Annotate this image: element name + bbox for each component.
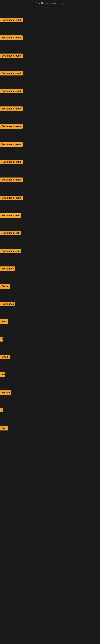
bottleneck-result-badge[interactable]: Bottleneck resu xyxy=(0,231,21,235)
badge-row-18: Bott xyxy=(0,320,8,324)
badge-row-24: Bott xyxy=(0,426,8,431)
badge-row-22: Bottlen xyxy=(0,390,11,396)
bottleneck-result-badge[interactable]: | xyxy=(0,408,3,412)
badge-row-2: Bottleneck result xyxy=(0,36,23,41)
bottleneck-result-badge[interactable]: Bottleneck result xyxy=(0,18,23,22)
badge-row-23: | xyxy=(0,408,3,413)
badge-row-1: Bottleneck result xyxy=(0,18,23,23)
site-title: TheBottlenecker.com xyxy=(0,0,100,6)
badge-row-15: Bottleneck xyxy=(0,266,15,272)
bottleneck-result-badge[interactable]: Bottleneck result xyxy=(0,106,23,111)
bottleneck-result-badge[interactable]: Bottle xyxy=(0,284,10,288)
bottleneck-result-badge[interactable]: Bottleneck result xyxy=(0,196,23,200)
badge-row-7: Bottleneck result xyxy=(0,124,23,130)
badge-row-17: Bottleneck xyxy=(0,302,15,307)
badge-row-10: Bottleneck result xyxy=(0,178,23,183)
bottleneck-result-badge[interactable]: Bottleneck resu xyxy=(0,213,21,218)
badge-row-20: Bottle xyxy=(0,354,10,360)
badge-row-21: Bo xyxy=(0,372,5,378)
badge-row-12: Bottleneck resu xyxy=(0,213,21,218)
bottleneck-result-badge[interactable]: Bottleneck result xyxy=(0,178,23,182)
badge-row-14: Bottleneck resu xyxy=(0,249,21,254)
bottleneck-result-badge[interactable]: Bottle xyxy=(0,354,10,359)
bottleneck-result-badge[interactable]: Bott xyxy=(0,320,8,324)
badge-row-13: Bottleneck resu xyxy=(0,231,21,236)
bottleneck-result-badge[interactable]: Bottleneck xyxy=(0,302,15,306)
bottleneck-result-badge[interactable]: Bottleneck xyxy=(0,266,15,271)
badge-row-5: Bottleneck result xyxy=(0,89,23,94)
badge-row-8: Bottleneck result xyxy=(0,142,23,148)
bottleneck-result-badge[interactable]: Bott xyxy=(0,426,8,430)
badge-row-3: Bottleneck result xyxy=(0,54,23,59)
badge-row-19: B xyxy=(0,337,3,342)
bottleneck-result-badge[interactable]: Bo xyxy=(0,372,5,377)
bottleneck-result-badge[interactable]: Bottlen xyxy=(0,390,11,395)
bottleneck-result-badge[interactable]: Bottleneck result xyxy=(0,71,23,76)
badge-row-9: Bottleneck result xyxy=(0,160,23,165)
badge-row-6: Bottleneck result xyxy=(0,106,23,112)
bottleneck-result-badge[interactable]: Bottleneck result xyxy=(0,89,23,94)
badge-row-16: Bottle xyxy=(0,284,10,290)
bottleneck-result-badge[interactable]: Bottleneck result xyxy=(0,160,23,164)
bottleneck-result-badge[interactable]: Bottleneck result xyxy=(0,36,23,40)
badge-row-11: Bottleneck result xyxy=(0,196,23,201)
bottleneck-result-badge[interactable]: Bottleneck result xyxy=(0,54,23,58)
bottleneck-result-badge[interactable]: B xyxy=(0,337,3,342)
bottleneck-result-badge[interactable]: Bottleneck resu xyxy=(0,249,21,253)
bottleneck-result-badge[interactable]: Bottleneck result xyxy=(0,124,23,128)
badge-row-4: Bottleneck result xyxy=(0,71,23,76)
bottleneck-result-badge[interactable]: Bottleneck result xyxy=(0,142,23,147)
